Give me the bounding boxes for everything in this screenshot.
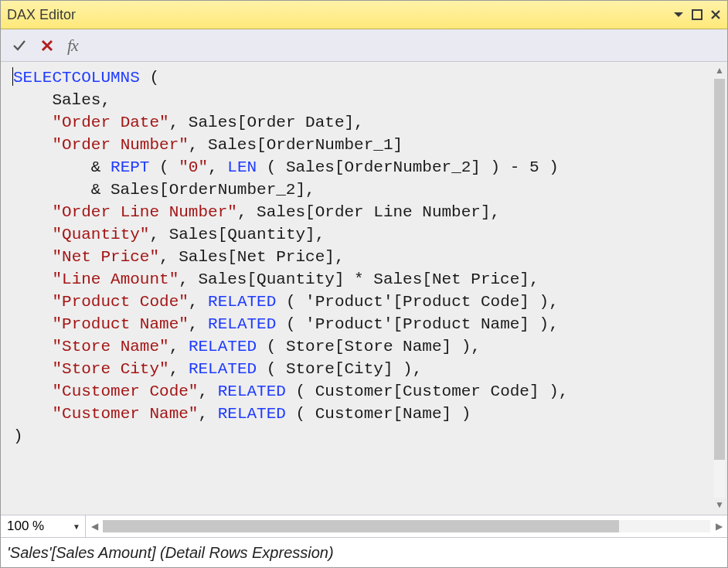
zoom-value: 100 % — [7, 519, 44, 534]
fx-icon[interactable]: fx — [67, 36, 78, 56]
code-token: , — [198, 383, 217, 400]
code-token: , Sales[Order Line Number], — [237, 203, 500, 221]
maximize-icon[interactable] — [692, 9, 702, 20]
code-token — [13, 136, 52, 154]
code-token: "Net Price" — [52, 248, 159, 266]
cancel-button[interactable] — [39, 38, 55, 53]
code-token: "Store Name" — [52, 338, 168, 355]
code-token: "Store City" — [52, 360, 168, 378]
scroll-track[interactable] — [103, 520, 710, 532]
code-token — [13, 315, 52, 333]
code-token: ) — [13, 427, 23, 445]
svg-rect-0 — [692, 10, 702, 19]
code-token: "Order Line Number" — [52, 203, 236, 221]
code-token: REPT — [111, 158, 149, 176]
code-token — [13, 338, 52, 355]
code-token: & Sales[OrderNumber_2], — [13, 181, 315, 199]
code-token — [13, 405, 52, 423]
status-text: 'Sales'[Sales Amount] (Detail Rows Expre… — [7, 544, 334, 562]
window-menu-icon[interactable] — [673, 9, 684, 20]
code-token: RELATED — [189, 338, 257, 355]
code-token — [13, 383, 52, 400]
code-token — [13, 203, 52, 221]
code-token: , Sales[Order Date], — [169, 114, 364, 131]
window-title: DAX Editor — [7, 7, 673, 23]
scroll-down-icon[interactable]: ▼ — [715, 499, 724, 512]
code-token: ( Customer[Name] ) — [286, 405, 471, 423]
accept-button[interactable] — [12, 38, 27, 53]
code-token: , — [208, 158, 227, 176]
code-token: ( — [149, 158, 179, 176]
titlebar: DAX Editor — [1, 1, 727, 29]
code-token: , Sales[Quantity] * Sales[Net Price], — [179, 270, 539, 288]
code-token: RELATED — [208, 293, 276, 311]
code-token: RELATED — [218, 405, 286, 423]
code-token: , — [169, 360, 189, 378]
code-token: ( 'Product'[Product Name] ), — [276, 315, 558, 333]
code-token — [13, 293, 52, 311]
scroll-thumb[interactable] — [103, 520, 619, 532]
toolbar: fx — [1, 29, 727, 62]
code-token: "Order Number" — [52, 136, 188, 154]
code-token — [13, 270, 52, 288]
code-token: "Customer Code" — [52, 383, 198, 400]
statusbar: 'Sales'[Sales Amount] (Detail Rows Expre… — [1, 538, 727, 567]
text-cursor — [12, 67, 13, 86]
bottom-bar: 100 % ▼ ◀ ▶ — [1, 515, 727, 538]
code-token — [13, 114, 52, 131]
code-token — [13, 226, 52, 243]
code-token: SELECTCOLUMNS — [13, 69, 140, 87]
chevron-down-icon: ▼ — [73, 522, 80, 531]
code-token: "0" — [179, 158, 208, 176]
code-token: "Line Amount" — [52, 270, 179, 288]
vertical-scrollbar[interactable]: ▲ ▼ — [712, 62, 727, 515]
code-token: , — [189, 293, 208, 311]
scroll-track[interactable] — [714, 79, 725, 498]
code-token: ( Customer[Customer Code] ), — [286, 383, 568, 400]
editor-area: SELECTCOLUMNS ( Sales, "Order Date", Sal… — [1, 62, 727, 515]
code-token: , Sales[OrderNumber_1] — [189, 136, 403, 154]
code-token: , Sales[Quantity], — [149, 226, 325, 243]
dax-editor-window: DAX Editor fx SELECTCOLUMNS ( Sales, "Or… — [0, 0, 728, 568]
close-icon[interactable] — [710, 9, 721, 20]
code-token: "Customer Name" — [52, 405, 198, 423]
code-token: "Quantity" — [52, 226, 149, 243]
code-token: Sales, — [13, 91, 111, 109]
code-token: & — [13, 158, 111, 176]
code-token: , Sales[Net Price], — [159, 248, 344, 266]
code-token: RELATED — [208, 315, 276, 333]
scroll-right-icon[interactable]: ▶ — [710, 521, 727, 532]
code-token: RELATED — [218, 383, 286, 400]
code-token: LEN — [227, 158, 257, 176]
code-token: , — [198, 405, 217, 423]
scroll-thumb[interactable] — [714, 79, 725, 460]
code-token — [13, 360, 52, 378]
code-token: "Order Date" — [52, 114, 168, 131]
code-token — [13, 248, 52, 266]
scroll-up-icon[interactable]: ▲ — [715, 65, 724, 77]
code-token: , — [169, 338, 189, 355]
zoom-select[interactable]: 100 % ▼ — [1, 515, 86, 537]
code-token: ( Store[City] ), — [257, 360, 422, 378]
code-token: "Product Code" — [52, 293, 188, 311]
scroll-left-icon[interactable]: ◀ — [86, 521, 103, 532]
horizontal-scrollbar[interactable]: ◀ ▶ — [86, 515, 727, 537]
window-controls — [673, 9, 721, 20]
code-token: ( — [140, 69, 159, 87]
code-token: , — [189, 315, 208, 333]
code-token: RELATED — [189, 360, 257, 378]
code-token: ( 'Product'[Product Code] ), — [276, 293, 558, 311]
code-token: "Product Name" — [52, 315, 188, 333]
code-token: ( Store[Store Name] ), — [257, 338, 481, 355]
code-editor[interactable]: SELECTCOLUMNS ( Sales, "Order Date", Sal… — [1, 62, 712, 515]
code-token: ( Sales[OrderNumber_2] ) - 5 ) — [257, 158, 559, 176]
